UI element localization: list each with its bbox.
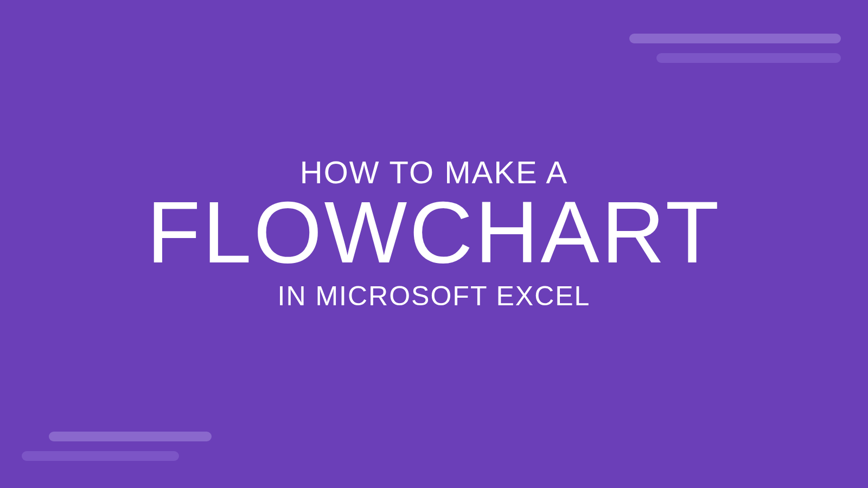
accent-bar bbox=[629, 34, 841, 43]
accent-bar bbox=[22, 451, 179, 461]
accent-bottom-left bbox=[22, 432, 212, 461]
accent-bar bbox=[656, 53, 841, 63]
title-subtext: IN MICROSOFT EXCEL bbox=[146, 282, 721, 310]
title-main: FLOWCHART bbox=[146, 186, 721, 278]
accent-top-right bbox=[613, 34, 841, 63]
accent-bar bbox=[49, 432, 212, 441]
title-block: HOW TO MAKE A FLOWCHART IN MICROSOFT EXC… bbox=[146, 157, 721, 310]
